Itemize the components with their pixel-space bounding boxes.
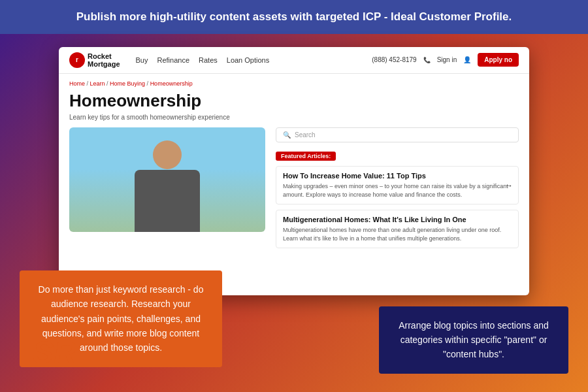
nav-buy[interactable]: Buy [136,56,148,64]
page-title: Homeownership [69,91,519,111]
nav-refinance[interactable]: Refinance [157,56,189,64]
breadcrumb: Home / Learn / Home Buying / Homeownersh… [69,80,519,87]
arrow-icon-1: → [505,181,513,190]
nav-bar: r Rocket Mortgage Buy Refinance Rates Lo… [59,47,529,74]
sign-in-link[interactable]: Sign in [437,56,457,63]
page-subtitle: Learn key tips for a smooth homeownershi… [69,114,519,121]
overlay-right-text: Arrange blog topics into sections and ca… [399,320,549,360]
hero-image [69,127,265,232]
phone-icon: 📞 [423,57,431,63]
breadcrumb-current: Homeownership [150,80,193,87]
breadcrumb-home[interactable]: Home [69,80,85,87]
logo-area: r Rocket Mortgage [69,52,120,68]
browser-mockup: r Rocket Mortgage Buy Refinance Rates Lo… [59,47,529,295]
nav-loan-options[interactable]: Loan Options [227,56,269,64]
content-columns: 🔍 Search Featured Articles: How To Incre… [69,127,519,253]
nav-rates[interactable]: Rates [199,56,218,64]
article-desc-1: Making upgrades – even minor ones – to y… [283,182,512,199]
search-bar[interactable]: 🔍 Search [276,127,519,142]
overlay-right: Arrange blog topics into sections and ca… [379,306,568,374]
hero-person [69,127,265,232]
logo-text: Rocket Mortgage [88,52,120,68]
main-area: r Rocket Mortgage Buy Refinance Rates Lo… [0,34,588,387]
rocket-mortgage-logo-icon: r [69,52,85,68]
nav-links: Buy Refinance Rates Loan Options [136,56,270,64]
nav-right: (888) 452-8179 📞 Sign in 👤 Apply no [372,53,519,67]
apply-button[interactable]: Apply no [478,53,519,67]
breadcrumb-home-buying[interactable]: Home Buying [110,80,145,87]
phone-number: (888) 452-8179 [372,56,416,63]
banner-text: Publish more high-utility content assets… [76,10,512,23]
right-column: 🔍 Search Featured Articles: How To Incre… [276,127,519,253]
search-icon: 🔍 [283,131,291,139]
article-desc-2: Multigenerational homes have more than o… [283,226,512,242]
signin-icon: 👤 [463,56,471,63]
breadcrumb-learn[interactable]: Learn [90,80,105,87]
search-placeholder: Search [295,131,316,139]
left-column [69,127,265,253]
article-card-1[interactable]: How To Increase Home Value: 11 Top Tips … [276,166,519,204]
page-content: Home / Learn / Home Buying / Homeownersh… [59,74,529,260]
top-banner: Publish more high-utility content assets… [0,0,588,34]
sr-logo: SR [33,335,76,370]
article-card-2[interactable]: Multigenerational Homes: What It's Like … [276,210,519,248]
article-title-2: Multigenerational Homes: What It's Like … [283,216,512,223]
featured-badge: Featured Articles: [276,152,336,161]
article-title-1: How To Increase Home Value: 11 Top Tips [283,172,512,180]
